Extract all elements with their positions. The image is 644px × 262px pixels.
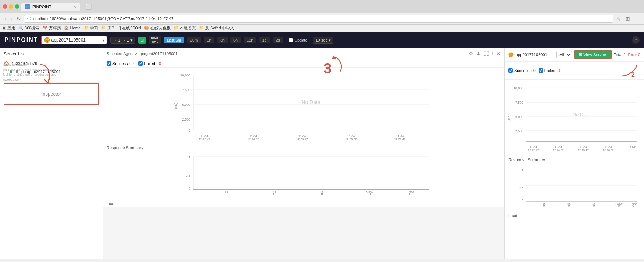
failed-checkbox[interactable] <box>138 61 143 66</box>
right-failed-checkbox[interactable] <box>539 68 543 73</box>
bookmark-star[interactable]: ☆ <box>615 15 623 22</box>
view-servers-button[interactable]: ⊞ View Servers <box>574 50 612 59</box>
view-servers-label: View Servers <box>583 53 607 57</box>
right-failed-stat: Failed : 0 <box>539 68 561 73</box>
grid-icon: ⊞ <box>579 52 582 57</box>
center-load-title: Load <box>103 199 504 207</box>
svg-text:3s: 3s <box>272 190 276 194</box>
bookmark-color[interactable]: 🎨 在线调色板 <box>144 25 171 31</box>
right-success-stat: Success : 0 <box>508 68 536 73</box>
all-dropdown[interactable]: All <box>556 51 572 58</box>
1h-button[interactable]: 1h <box>204 37 214 43</box>
forward-button[interactable]: › <box>9 15 14 22</box>
1d-button[interactable]: 1d <box>259 37 269 43</box>
real-time-button[interactable]: REAL TIME <box>149 36 161 44</box>
center-failed-value: 0 <box>159 61 161 66</box>
grid-button[interactable]: ⊞ <box>138 37 146 44</box>
center-response-title: Response Summary <box>103 143 504 151</box>
reload-button[interactable]: ↻ <box>15 15 22 22</box>
update-button[interactable]: Update <box>286 37 310 43</box>
settings-button[interactable]: ⚙ <box>468 50 474 57</box>
bookmark-json[interactable]: {} 在线JSON <box>118 25 141 31</box>
right-panel: app20171105001 All ⊞ View Servers Total … <box>504 48 644 259</box>
tab-close-icon[interactable]: ✕ <box>73 4 76 9</box>
svg-text:12:22:47: 12:22:47 <box>528 148 539 152</box>
bookmark-calendar[interactable]: 📅 万年历 <box>42 25 61 31</box>
last5m-button[interactable]: Last 5m <box>164 37 184 43</box>
svg-text:3s: 3s <box>567 202 571 206</box>
total-label: Total 1 <box>614 53 626 57</box>
right-failed-value: 0 <box>559 68 561 73</box>
center-failed-label: Failed : <box>144 61 157 66</box>
new-tab-button[interactable]: ⬜ <box>82 2 94 11</box>
svg-text:0: 0 <box>522 198 523 202</box>
app-selector[interactable]: 🐱 app20171105001 ▾ <box>41 36 107 44</box>
maximize-dot[interactable] <box>15 4 19 9</box>
svg-text:12:22:47: 12:22:47 <box>198 137 210 141</box>
svg-text:12:26:32: 12:26:32 <box>345 137 357 141</box>
svg-text:Slow: Slow <box>366 190 373 194</box>
center-response-chart: 1 0.5 0 0 0 0 0 0 1s <box>103 151 504 199</box>
svg-point-42 <box>509 53 513 57</box>
3h-button[interactable]: 3h <box>217 37 228 43</box>
back-button[interactable]: ‹ <box>3 15 8 22</box>
app-header: PINPOINT 🐱 app20171105001 ▾ → 1 → 1 ▾ ⊞ … <box>0 32 644 48</box>
browser-toolbar: P PINPOINT ✕ ⬜ <box>0 0 644 13</box>
svg-text:(ms): (ms) <box>174 103 178 109</box>
right-chart-svg: 10,000 7,500 5,000 2,500 0 (ms) No Data … <box>508 81 640 153</box>
center-failed-stat: Failed : 0 <box>138 61 161 66</box>
center-success-value: 0 <box>132 61 134 66</box>
right-success-checkbox[interactable] <box>508 68 513 73</box>
help-button[interactable]: ? <box>632 36 640 44</box>
right-success-label: Success : <box>514 68 532 73</box>
interval-button[interactable]: 10 sec ▾ <box>313 37 333 44</box>
agent-path: Selected Agent > ppagent20171105001 <box>107 51 178 56</box>
server-list-title: Server List <box>4 51 99 57</box>
address-bar[interactable]: ⓘ localhost:28080/#/main/app20171105001@… <box>24 15 613 23</box>
app-container: PINPOINT 🐱 app20171105001 ▾ → 1 → 1 ▾ ⊞ … <box>0 32 644 259</box>
close-panel-button[interactable]: ✕ <box>496 50 501 57</box>
svg-text:12:24:02: 12:24:02 <box>247 137 259 141</box>
app-selector-dropdown[interactable]: ▾ <box>103 38 104 42</box>
right-app-icon <box>508 52 514 57</box>
success-checkbox[interactable] <box>107 61 111 66</box>
minimize-dot[interactable] <box>9 4 13 9</box>
update-checkbox[interactable] <box>289 38 293 42</box>
bookmark-work[interactable]: 📁 工作 <box>101 25 115 31</box>
svg-text:11-2:: 11-2: <box>630 146 637 149</box>
6h-button[interactable]: 6h <box>230 37 241 43</box>
12h-button[interactable]: 12h <box>244 37 256 43</box>
right-response-chart: 1 0.5 0 0 0 0 0 0 1s 3s 5s <box>505 164 644 211</box>
browser-tab[interactable]: P PINPOINT ✕ <box>21 3 80 11</box>
right-failed-label: Failed : <box>544 68 558 73</box>
flow-dropdown[interactable]: ▾ <box>130 38 133 43</box>
close-dot[interactable] <box>3 4 7 9</box>
svg-text:Error: Error <box>407 190 414 194</box>
svg-text:0.5: 0.5 <box>186 174 190 177</box>
bookmark-local[interactable]: 📁 本地首页 <box>173 25 196 31</box>
2d-button[interactable]: 2d <box>273 37 283 43</box>
info-button[interactable]: ℹ <box>491 50 494 57</box>
svg-text:12:24:02: 12:24:02 <box>553 148 564 152</box>
svg-text:5s: 5s <box>592 202 596 206</box>
svg-text:0: 0 <box>189 187 190 190</box>
download-button[interactable]: ⬇ <box>476 50 482 57</box>
bookmark-360[interactable]: 🔍 360搜索 <box>18 25 39 31</box>
svg-text:10,000: 10,000 <box>514 86 523 90</box>
bookmark-home[interactable]: 🏠 Home <box>64 26 81 30</box>
bookmark-safari[interactable]: 📁 从 Safari 中导入 <box>199 25 234 31</box>
svg-text:2,500: 2,500 <box>515 129 523 133</box>
right-response-title: Response Summary <box>505 155 644 164</box>
real-time-label2: TIME <box>151 40 158 43</box>
expand-button[interactable]: ⛶ <box>483 50 490 57</box>
20m-button[interactable]: 20m <box>187 37 201 43</box>
svg-text:12:25:17: 12:25:17 <box>578 148 589 152</box>
more-button[interactable]: ⋮ <box>633 15 641 22</box>
bookmark-apps[interactable]: ⊞ 应用 <box>3 25 15 31</box>
browser-nav: ‹ › ↻ ⓘ localhost:28080/#/main/app201711… <box>0 13 644 25</box>
center-chart-area: 10,000 7,500 5,000 2,500 0 (ms) No Data <box>103 68 504 143</box>
bookmark-study[interactable]: 📁 学习 <box>84 25 98 31</box>
svg-text:1s: 1s <box>225 190 228 194</box>
extensions-button[interactable]: ⊞ <box>624 15 632 22</box>
annotation-arrow2: 2 <box>618 63 640 78</box>
